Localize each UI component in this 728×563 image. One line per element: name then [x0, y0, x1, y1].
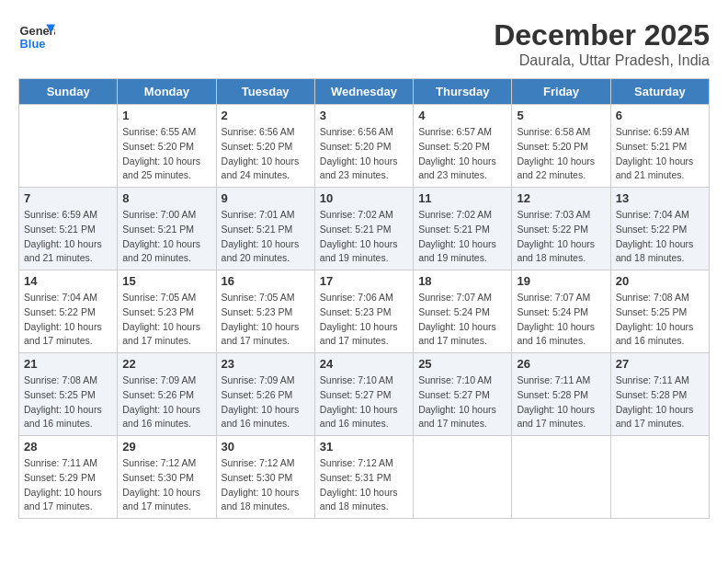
- day-number: 27: [616, 357, 704, 371]
- day-number: 11: [418, 191, 506, 205]
- header: General Blue December 2025 Daurala, Utta…: [18, 18, 710, 69]
- day-cell: 27Sunrise: 7:11 AM Sunset: 5:28 PM Dayli…: [610, 353, 709, 436]
- column-header-sunday: Sunday: [19, 79, 118, 105]
- column-header-wednesday: Wednesday: [314, 79, 413, 105]
- day-info: Sunrise: 7:10 AM Sunset: 5:27 PM Dayligh…: [320, 373, 408, 431]
- day-info: Sunrise: 7:07 AM Sunset: 5:24 PM Dayligh…: [418, 291, 506, 349]
- day-info: Sunrise: 7:08 AM Sunset: 5:25 PM Dayligh…: [616, 291, 704, 349]
- day-number: 8: [122, 191, 210, 205]
- day-cell: 17Sunrise: 7:06 AM Sunset: 5:23 PM Dayli…: [314, 270, 413, 353]
- day-number: 6: [616, 109, 704, 122]
- week-row-4: 21Sunrise: 7:08 AM Sunset: 5:25 PM Dayli…: [19, 353, 710, 436]
- day-info: Sunrise: 7:12 AM Sunset: 5:30 PM Dayligh…: [222, 456, 310, 514]
- day-number: 28: [24, 440, 112, 454]
- day-cell: 20Sunrise: 7:08 AM Sunset: 5:25 PM Dayli…: [610, 270, 709, 353]
- day-info: Sunrise: 7:12 AM Sunset: 5:31 PM Dayligh…: [320, 456, 408, 514]
- day-number: 23: [222, 357, 310, 371]
- day-cell: 31Sunrise: 7:12 AM Sunset: 5:31 PM Dayli…: [314, 436, 413, 519]
- day-info: Sunrise: 7:04 AM Sunset: 5:22 PM Dayligh…: [24, 291, 112, 349]
- day-number: 26: [517, 357, 605, 371]
- day-number: 14: [24, 274, 112, 288]
- day-cell: 30Sunrise: 7:12 AM Sunset: 5:30 PM Dayli…: [216, 436, 314, 519]
- day-cell: 26Sunrise: 7:11 AM Sunset: 5:28 PM Dayli…: [512, 353, 610, 436]
- day-cell: 15Sunrise: 7:05 AM Sunset: 5:23 PM Dayli…: [118, 270, 216, 353]
- day-info: Sunrise: 7:10 AM Sunset: 5:27 PM Dayligh…: [418, 373, 506, 431]
- week-row-3: 14Sunrise: 7:04 AM Sunset: 5:22 PM Dayli…: [19, 270, 710, 353]
- day-info: Sunrise: 7:11 AM Sunset: 5:29 PM Dayligh…: [24, 456, 112, 514]
- day-cell: 11Sunrise: 7:02 AM Sunset: 5:21 PM Dayli…: [414, 188, 512, 270]
- day-cell: 8Sunrise: 7:00 AM Sunset: 5:21 PM Daylig…: [118, 188, 216, 270]
- day-cell: 14Sunrise: 7:04 AM Sunset: 5:22 PM Dayli…: [19, 270, 118, 353]
- day-number: 24: [320, 357, 408, 371]
- day-number: 25: [418, 357, 506, 371]
- column-header-tuesday: Tuesday: [216, 79, 314, 105]
- day-cell: 24Sunrise: 7:10 AM Sunset: 5:27 PM Dayli…: [314, 353, 413, 436]
- day-info: Sunrise: 7:01 AM Sunset: 5:21 PM Dayligh…: [222, 208, 310, 266]
- day-number: 30: [222, 440, 310, 454]
- column-header-monday: Monday: [118, 79, 216, 105]
- day-number: 20: [616, 274, 704, 288]
- day-info: Sunrise: 7:09 AM Sunset: 5:26 PM Dayligh…: [222, 373, 310, 431]
- week-row-1: 1Sunrise: 6:55 AM Sunset: 5:20 PM Daylig…: [19, 105, 710, 188]
- day-cell: [19, 105, 118, 188]
- day-number: 15: [122, 274, 210, 288]
- day-number: 9: [222, 191, 310, 205]
- day-info: Sunrise: 7:07 AM Sunset: 5:24 PM Dayligh…: [517, 291, 605, 349]
- day-number: 18: [418, 274, 506, 288]
- day-info: Sunrise: 7:05 AM Sunset: 5:23 PM Dayligh…: [122, 291, 210, 349]
- column-header-saturday: Saturday: [610, 79, 709, 105]
- column-header-friday: Friday: [512, 79, 610, 105]
- day-number: 4: [418, 109, 506, 122]
- day-info: Sunrise: 7:06 AM Sunset: 5:23 PM Dayligh…: [320, 291, 408, 349]
- day-cell: 16Sunrise: 7:05 AM Sunset: 5:23 PM Dayli…: [216, 270, 314, 353]
- day-number: 1: [122, 109, 210, 122]
- day-cell: 5Sunrise: 6:58 AM Sunset: 5:20 PM Daylig…: [512, 105, 610, 188]
- day-number: 13: [616, 191, 704, 205]
- day-info: Sunrise: 6:59 AM Sunset: 5:21 PM Dayligh…: [616, 125, 704, 183]
- day-number: 10: [320, 191, 408, 205]
- day-info: Sunrise: 7:12 AM Sunset: 5:30 PM Dayligh…: [122, 456, 210, 514]
- day-cell: 13Sunrise: 7:04 AM Sunset: 5:22 PM Dayli…: [610, 188, 709, 270]
- calendar-table: SundayMondayTuesdayWednesdayThursdayFrid…: [18, 78, 710, 519]
- logo-icon: General Blue: [18, 18, 55, 55]
- day-cell: [512, 436, 610, 519]
- svg-text:Blue: Blue: [20, 37, 46, 51]
- day-info: Sunrise: 7:05 AM Sunset: 5:23 PM Dayligh…: [222, 291, 310, 349]
- day-cell: 23Sunrise: 7:09 AM Sunset: 5:26 PM Dayli…: [216, 353, 314, 436]
- day-info: Sunrise: 7:08 AM Sunset: 5:25 PM Dayligh…: [24, 373, 112, 431]
- day-info: Sunrise: 7:11 AM Sunset: 5:28 PM Dayligh…: [517, 373, 605, 431]
- day-cell: [414, 436, 512, 519]
- day-cell: 6Sunrise: 6:59 AM Sunset: 5:21 PM Daylig…: [610, 105, 709, 188]
- title-section: December 2025 Daurala, Uttar Pradesh, In…: [494, 18, 710, 69]
- day-number: 7: [24, 191, 112, 205]
- day-cell: 25Sunrise: 7:10 AM Sunset: 5:27 PM Dayli…: [414, 353, 512, 436]
- day-cell: 18Sunrise: 7:07 AM Sunset: 5:24 PM Dayli…: [414, 270, 512, 353]
- day-cell: 21Sunrise: 7:08 AM Sunset: 5:25 PM Dayli…: [19, 353, 118, 436]
- day-cell: 12Sunrise: 7:03 AM Sunset: 5:22 PM Dayli…: [512, 188, 610, 270]
- column-header-thursday: Thursday: [414, 79, 512, 105]
- day-number: 5: [517, 109, 605, 122]
- day-number: 17: [320, 274, 408, 288]
- day-number: 29: [122, 440, 210, 454]
- day-info: Sunrise: 6:55 AM Sunset: 5:20 PM Dayligh…: [122, 125, 210, 183]
- day-cell: 29Sunrise: 7:12 AM Sunset: 5:30 PM Dayli…: [118, 436, 216, 519]
- day-number: 12: [517, 191, 605, 205]
- day-info: Sunrise: 7:02 AM Sunset: 5:21 PM Dayligh…: [418, 208, 506, 266]
- day-info: Sunrise: 6:59 AM Sunset: 5:21 PM Dayligh…: [24, 208, 112, 266]
- day-cell: 2Sunrise: 6:56 AM Sunset: 5:20 PM Daylig…: [216, 105, 314, 188]
- day-cell: 28Sunrise: 7:11 AM Sunset: 5:29 PM Dayli…: [19, 436, 118, 519]
- day-info: Sunrise: 7:03 AM Sunset: 5:22 PM Dayligh…: [517, 208, 605, 266]
- day-info: Sunrise: 7:09 AM Sunset: 5:26 PM Dayligh…: [122, 373, 210, 431]
- day-info: Sunrise: 7:04 AM Sunset: 5:22 PM Dayligh…: [616, 208, 704, 266]
- day-info: Sunrise: 6:56 AM Sunset: 5:20 PM Dayligh…: [222, 125, 310, 183]
- day-cell: 3Sunrise: 6:56 AM Sunset: 5:20 PM Daylig…: [314, 105, 413, 188]
- day-cell: 22Sunrise: 7:09 AM Sunset: 5:26 PM Dayli…: [118, 353, 216, 436]
- day-number: 31: [320, 440, 408, 454]
- calendar-body: 1Sunrise: 6:55 AM Sunset: 5:20 PM Daylig…: [19, 105, 710, 519]
- week-row-5: 28Sunrise: 7:11 AM Sunset: 5:29 PM Dayli…: [19, 436, 710, 519]
- day-number: 2: [222, 109, 310, 122]
- day-info: Sunrise: 6:58 AM Sunset: 5:20 PM Dayligh…: [517, 125, 605, 183]
- day-number: 19: [517, 274, 605, 288]
- day-cell: 4Sunrise: 6:57 AM Sunset: 5:20 PM Daylig…: [414, 105, 512, 188]
- day-number: 22: [122, 357, 210, 371]
